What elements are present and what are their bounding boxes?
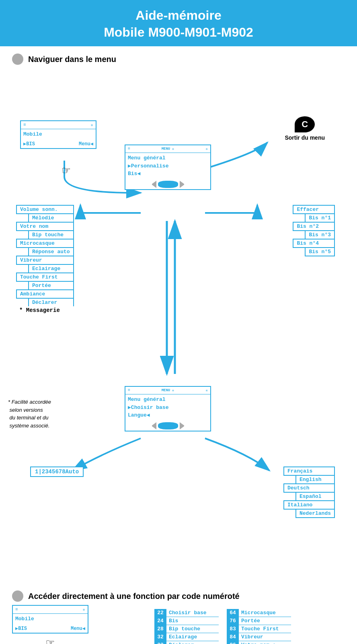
phone-icon-right: ✳ [90, 122, 93, 128]
code-table: 22Choisir base64Microcasque24Bis76Portée… [154, 609, 291, 644]
menu-item-votre-nom: Votre nom [16, 222, 74, 231]
code-num-right-4: 86 [227, 641, 239, 644]
lang-list: Français English Deutsch Español Italian… [283, 466, 335, 517]
code-label-left-2: Bip touche [166, 625, 219, 633]
page-title: Aide-mémoire Mobile M900-M901-M902 [4, 7, 353, 41]
code-num-left-3: 32 [154, 633, 166, 641]
code-num-right-2: 83 [227, 625, 239, 633]
center-phone-2: ≡ MENU✳ ✳ Menu général ▶Choisir base Lan… [125, 386, 211, 431]
section2-title: Accéder directement à une fonction par c… [0, 583, 357, 605]
page-header: Aide-mémoire Mobile M900-M901-M902 [0, 0, 357, 46]
footnote: * Facilité accordée selon versions du te… [8, 398, 51, 429]
menu-item-bis-n2: Bis n°2 [293, 222, 335, 231]
bottom-area: ≡ ✳ Mobile ▶BIS Menu◀ ☞ 22Choisir base64… [0, 605, 357, 644]
code-num-right-0: 64 [227, 609, 239, 617]
lang-nederlands: Nederlands [295, 509, 335, 518]
menu-item-bis-n1: Bis n°1 [305, 213, 335, 223]
menu-item-microcasque: Microcasque [16, 239, 74, 248]
menu-item-volume-sonn: Volume sonn. [16, 205, 74, 214]
code-table-container: 22Choisir base64Microcasque24Bis76Portée… [101, 605, 345, 644]
sortir-du-menu: C Sortir du menu [285, 116, 325, 142]
section2-bullet [12, 590, 23, 602]
phone-icon-left: ≡ [23, 122, 26, 128]
code-num-right-1: 76 [227, 617, 239, 625]
sortir-c-letter: C [295, 116, 315, 132]
menu-item-eclairage: Eclairage [28, 264, 74, 273]
lang-italiano: Italiano [283, 500, 335, 510]
menu-item-reponse-auto: Réponse auto [28, 247, 74, 256]
code-label-right-4: Votre nom : [239, 641, 291, 644]
lang-espanol: Español [295, 492, 335, 501]
code-label-left-1: Bis [166, 617, 219, 625]
base-list: 1|2345678Auto [30, 466, 84, 476]
code-label-right-0: Microcasque [239, 609, 291, 617]
left-menu-list: Volume sonn. Mélodie Votre nom Bip touch… [16, 205, 74, 314]
center-phone-1: ≡ MENU✳ ✳ Menu général ▶Personnalise Bis… [125, 144, 211, 190]
bottom-phone: ≡ ✳ Mobile ▶BIS Menu◀ [12, 605, 88, 634]
top-left-phone: ≡ ✳ Mobile ▶BIS Menu◀ [20, 120, 96, 149]
menu-item-bis-n3: Bis n°3 [305, 230, 335, 239]
menu-item-bip-touche: Bip touche [28, 230, 74, 239]
lang-francais: Français [283, 466, 335, 476]
code-num-right-3: 84 [227, 633, 239, 641]
code-num-left-2: 28 [154, 625, 166, 633]
hand-cursor-top: ☞ [62, 163, 70, 179]
main-diagram: ≡ ✳ Mobile ▶BIS Menu◀ ☞ ≡ MENU✳ ✳ Menu g… [0, 68, 357, 571]
code-label-right-1: Portée [239, 617, 291, 625]
code-label-right-3: Vibreur [239, 633, 291, 641]
lang-deutsch: Deutsch [283, 483, 335, 493]
menu-item-messagerie: * Messagerie [16, 306, 74, 314]
code-num-left-4: 33 [154, 641, 166, 644]
menu-item-bis-n5: Bis n°5 [305, 247, 335, 256]
menu-item-touche-first: Touche First [16, 272, 74, 282]
menu-item-portee: Portée [28, 281, 74, 290]
menu-item-ambiance: Ambiance [16, 289, 74, 299]
code-label-left-0: Choisir base [166, 609, 219, 617]
menu-item-declarer: Déclarer [28, 298, 74, 307]
menu-item-vibreur: Vibreur [16, 256, 74, 265]
base-list-item: 1|2345678Auto [30, 466, 84, 477]
section1-bullet [12, 54, 23, 65]
menu-item-melodie: Mélodie [28, 213, 74, 223]
section1-title: Naviguer dans le menu [0, 46, 357, 68]
right-menu-list: Effacer Bis n°1 Bis n°2 Bis n°3 Bis n°4 … [293, 205, 335, 256]
menu-item-effacer: Effacer [293, 205, 335, 214]
code-label-left-4: Déclarer [166, 641, 219, 644]
code-label-left-3: Eclairage [166, 633, 219, 641]
hand-cursor-bottom: ☞ [46, 635, 54, 644]
code-label-right-2: Touche First [239, 625, 291, 633]
menu-item-bis-n4: Bis n°4 [293, 239, 335, 248]
code-num-left-1: 24 [154, 617, 166, 625]
code-num-left-0: 22 [154, 609, 166, 617]
lang-english: English [295, 475, 335, 484]
